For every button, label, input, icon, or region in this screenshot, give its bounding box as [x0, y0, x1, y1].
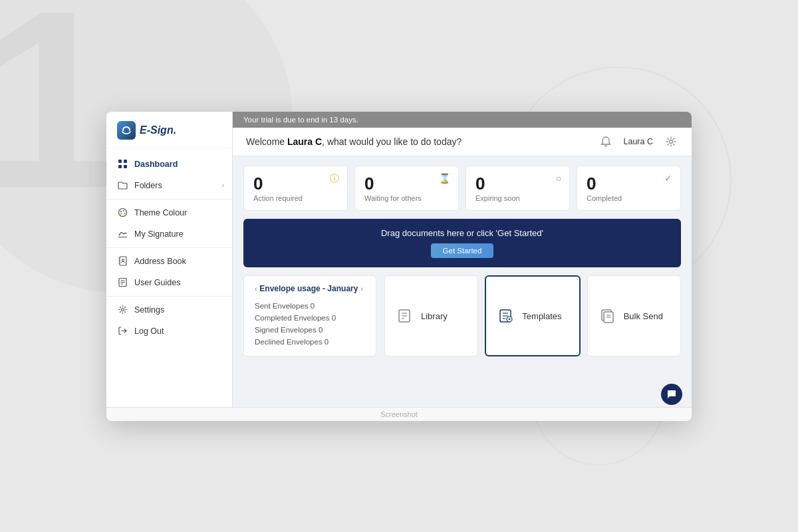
logo-text: E-Sign. [140, 124, 176, 136]
stat-completed: 0 Completed ✓ [577, 166, 681, 211]
warning-icon: ⓘ [330, 173, 339, 185]
sidebar-item-label: User Guides [134, 278, 180, 287]
clock-icon: ○ [556, 173, 561, 184]
drop-zone-text: Drag documents here or click 'Get Starte… [381, 228, 543, 238]
templates-icon [497, 307, 515, 325]
bg-number: 1 [0, 0, 120, 226]
chevron-right-icon: › [222, 182, 224, 189]
user-name-bold: Laura C [287, 136, 322, 147]
quick-link-label: Templates [522, 311, 561, 321]
dashboard-area: 0 Action required ⓘ 0 Waiting for others… [233, 156, 692, 407]
sidebar-item-theme-colour[interactable]: Theme Colour [106, 202, 232, 223]
quick-link-label: Library [421, 311, 448, 321]
gear-icon[interactable] [664, 134, 678, 149]
svg-point-8 [120, 213, 121, 214]
sidebar-item-label: Theme Colour [134, 208, 187, 217]
envelope-row-signed: Signed Envelopes 0 [255, 324, 365, 336]
envelope-row-declined: Declined Envelopes 0 [255, 336, 365, 348]
sidebar-item-folders[interactable]: Folders › [106, 175, 232, 196]
sidebar-item-user-guides[interactable]: User Guides [106, 272, 232, 293]
sidebar-item-log-out[interactable]: Log Out [106, 321, 232, 342]
get-started-button[interactable]: Get Started [431, 243, 494, 258]
quick-link-label: Bulk Send [624, 311, 663, 321]
nav-divider [106, 199, 232, 200]
svg-rect-3 [124, 165, 127, 168]
envelope-row-completed: Completed Envelopes 0 [255, 312, 365, 324]
drop-zone: Drag documents here or click 'Get Starte… [243, 219, 681, 267]
library-icon [396, 307, 414, 325]
welcome-text: Welcome Laura C, what would you like to … [246, 136, 462, 147]
app-footer: Screenshot [106, 407, 692, 421]
sidebar-item-settings[interactable]: Settings [106, 299, 232, 321]
logout-icon [117, 326, 128, 336]
nav-divider [106, 296, 232, 297]
chevron-right-icon: › [360, 285, 362, 293]
signature-icon [117, 229, 128, 239]
sidebar-item-address-book[interactable]: Address Book [106, 251, 232, 272]
logo-icon [117, 121, 136, 140]
settings-icon [117, 305, 128, 315]
chat-button[interactable] [661, 384, 682, 405]
stats-row: 0 Action required ⓘ 0 Waiting for others… [243, 166, 681, 211]
envelope-row-sent: Sent Envelopes 0 [255, 300, 365, 312]
stat-expiring-soon: 0 Expiring soon ○ [466, 166, 570, 211]
svg-rect-2 [118, 165, 122, 168]
sidebar: E-Sign. Dashboard [106, 112, 233, 407]
stat-waiting-for-others: 0 Waiting for others ⌛ [354, 166, 459, 211]
quick-link-bulk-send[interactable]: Bulk Send [587, 275, 681, 356]
quick-links: Library [384, 275, 681, 356]
svg-point-21 [670, 140, 673, 143]
main-content: Your trial is due to end in 13 days. Wel… [233, 112, 692, 407]
quick-link-library[interactable]: Library [384, 275, 478, 356]
quick-link-templates[interactable]: Templates [485, 275, 580, 356]
envelope-usage-header: ‹ Envelope usage - January › [255, 284, 365, 293]
user-name: Laura C [624, 137, 653, 146]
guides-icon [117, 277, 128, 288]
lower-section: ‹ Envelope usage - January › Sent Envelo… [243, 275, 681, 356]
notifications-icon[interactable] [598, 134, 613, 149]
sidebar-item-label: Dashboard [134, 160, 178, 169]
svg-point-5 [120, 211, 121, 212]
main-header: Welcome Laura C, what would you like to … [233, 128, 692, 156]
svg-point-4 [118, 209, 126, 217]
stat-action-required: 0 Action required ⓘ [243, 166, 348, 211]
svg-rect-0 [118, 160, 122, 163]
sidebar-item-my-signature[interactable]: My Signature [106, 223, 232, 245]
svg-rect-1 [124, 160, 127, 163]
app-body: E-Sign. Dashboard [106, 112, 692, 407]
svg-point-6 [122, 210, 124, 211]
svg-point-14 [122, 259, 124, 261]
folder-icon [117, 180, 128, 191]
trial-banner: Your trial is due to end in 13 days. [233, 112, 692, 128]
palette-icon [117, 207, 128, 218]
addressbook-icon [117, 256, 128, 267]
sidebar-item-label: Settings [134, 305, 164, 315]
checkmark-icon: ✓ [664, 173, 672, 184]
sidebar-item-label: Folders [134, 181, 162, 190]
chevron-left-icon: ‹ [255, 285, 257, 293]
sidebar-item-label: Address Book [134, 257, 186, 266]
envelope-usage-card: ‹ Envelope usage - January › Sent Envelo… [243, 275, 376, 356]
sidebar-item-dashboard[interactable]: Dashboard [106, 154, 232, 175]
header-right: Laura C [598, 134, 678, 149]
grid-icon [117, 159, 128, 170]
hourglass-icon: ⌛ [439, 173, 450, 184]
sidebar-item-label: My Signature [134, 229, 184, 239]
nav-divider [106, 247, 232, 248]
sidebar-nav: Dashboard Folders › [106, 148, 232, 407]
svg-point-19 [121, 309, 124, 311]
bulk-send-icon [598, 307, 617, 325]
svg-point-7 [124, 213, 125, 214]
app-window: E-Sign. Dashboard [106, 112, 692, 421]
sidebar-logo: E-Sign. [106, 112, 232, 148]
sidebar-item-label: Log Out [134, 327, 164, 336]
